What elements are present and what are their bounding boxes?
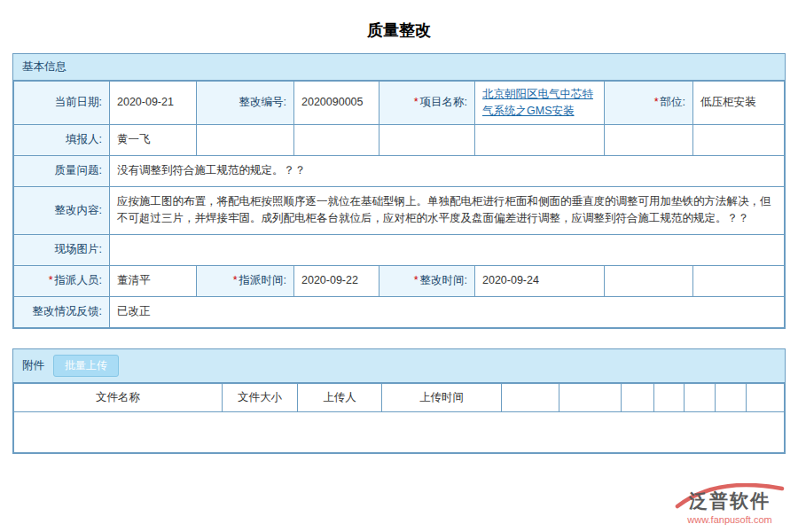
table-row: 质量问题: 没有调整到符合施工规范的规定。？？	[14, 155, 785, 186]
table-row: 填报人: 黄一飞	[14, 124, 785, 155]
assignee-label-text: 指派人员:	[55, 274, 102, 286]
basic-info-section: 基本信息 当前日期: 2020-09-21 整改编号: 2020090005 *…	[12, 53, 786, 329]
table-row: 当前日期: 2020-09-21 整改编号: 2020090005 *项目名称:…	[14, 82, 785, 125]
brand-footer: 泛普软件 www.fanpusoft.com	[672, 489, 787, 525]
attachments-header-row: 文件名称 文件大小 上传人 上传时间	[14, 383, 785, 411]
column-header-upload-time: 上传时间	[382, 383, 502, 411]
page-title: 质量整改	[0, 0, 798, 53]
location-value: 低压柜安装	[693, 82, 785, 125]
basic-info-section-header: 基本信息	[13, 54, 785, 81]
empty-cell	[693, 124, 785, 155]
column-header-empty	[685, 383, 716, 411]
feedback-label: 整改情况反馈:	[14, 296, 110, 327]
location-label-text: 部位:	[661, 96, 685, 108]
rectification-no-value: 2020090005	[294, 82, 379, 125]
empty-cell	[475, 124, 605, 155]
column-header-empty	[502, 383, 559, 411]
reporter-value: 黄一飞	[110, 124, 197, 155]
rectification-time-label: *整改时间:	[379, 265, 475, 296]
current-date-value: 2020-09-21	[110, 82, 197, 125]
table-row: 整改情况反馈: 已改正	[14, 296, 785, 327]
basic-info-section-title: 基本信息	[22, 59, 66, 74]
empty-cell	[379, 124, 475, 155]
column-header-uploader: 上传人	[298, 383, 382, 411]
quality-issue-value: 没有调整到符合施工规范的规定。？？	[110, 155, 785, 186]
basic-info-table: 当前日期: 2020-09-21 整改编号: 2020090005 *项目名称:…	[13, 81, 785, 328]
site-photo-label: 现场图片:	[14, 234, 110, 265]
table-row: 整改内容: 应按施工图的布置，将配电柜按照顺序逐一就位在基础型钢上。单独配电柜进…	[14, 186, 785, 234]
batch-upload-button[interactable]: 批量上传	[53, 355, 119, 377]
assign-time-label: *指派时间:	[197, 265, 294, 296]
rectification-no-label: 整改编号:	[197, 82, 294, 125]
rectification-time-label-text: 整改时间:	[420, 274, 467, 286]
project-name-cell: 北京朝阳区电气中芯特气系统之GMS安装	[475, 82, 605, 125]
rectification-content-label: 整改内容:	[14, 186, 110, 234]
assign-time-label-text: 指派时间:	[239, 274, 286, 286]
required-asterisk: *	[414, 96, 419, 108]
attachments-table: 文件名称 文件大小 上传人 上传时间	[13, 383, 785, 453]
empty-cell	[605, 265, 693, 296]
brand-website: www.fanpusoft.com	[672, 514, 787, 525]
column-header-empty	[654, 383, 685, 411]
column-header-file-size: 文件大小	[223, 383, 298, 411]
site-photo-value	[110, 234, 785, 265]
empty-cell	[693, 265, 785, 296]
column-header-empty	[559, 383, 622, 411]
reporter-label: 填报人:	[14, 124, 110, 155]
column-header-empty	[747, 383, 785, 411]
attachments-empty-row	[14, 411, 785, 452]
assignee-label: *指派人员:	[14, 265, 110, 296]
required-asterisk: *	[414, 274, 419, 286]
attachments-section: 附件 批量上传 文件名称 文件大小 上传人 上传时间	[12, 348, 786, 454]
empty-cell	[605, 124, 693, 155]
empty-cell	[197, 124, 294, 155]
assignee-value: 董清平	[110, 265, 197, 296]
column-header-file-name: 文件名称	[14, 383, 223, 411]
rectification-time-value: 2020-09-24	[475, 265, 605, 296]
column-header-empty	[716, 383, 747, 411]
table-row: *指派人员: 董清平 *指派时间: 2020-09-22 *整改时间: 2020…	[14, 265, 785, 296]
current-date-label: 当前日期:	[14, 82, 110, 125]
attachments-section-title: 附件	[22, 358, 44, 373]
project-name-label: *项目名称:	[379, 82, 475, 125]
feedback-value: 已改正	[110, 296, 785, 327]
empty-cell	[294, 124, 379, 155]
table-row: 现场图片:	[14, 234, 785, 265]
brand-name: 泛普软件	[672, 489, 787, 513]
required-asterisk: *	[49, 274, 53, 286]
assign-time-value: 2020-09-22	[294, 265, 379, 296]
project-name-link[interactable]: 北京朝阳区电气中芯特气系统之GMS安装	[482, 88, 593, 117]
quality-issue-label: 质量问题:	[14, 155, 110, 186]
location-label: *部位:	[605, 82, 693, 125]
required-asterisk: *	[654, 96, 659, 108]
project-name-label-text: 项目名称:	[420, 96, 467, 108]
column-header-empty	[622, 383, 654, 411]
attachments-empty-area	[14, 411, 785, 452]
required-asterisk: *	[233, 274, 238, 286]
rectification-content-value: 应按施工图的布置，将配电柜按照顺序逐一就位在基础型钢上。单独配电柜进行柜面和侧面…	[110, 186, 785, 234]
attachments-section-header: 附件 批量上传	[13, 349, 785, 383]
